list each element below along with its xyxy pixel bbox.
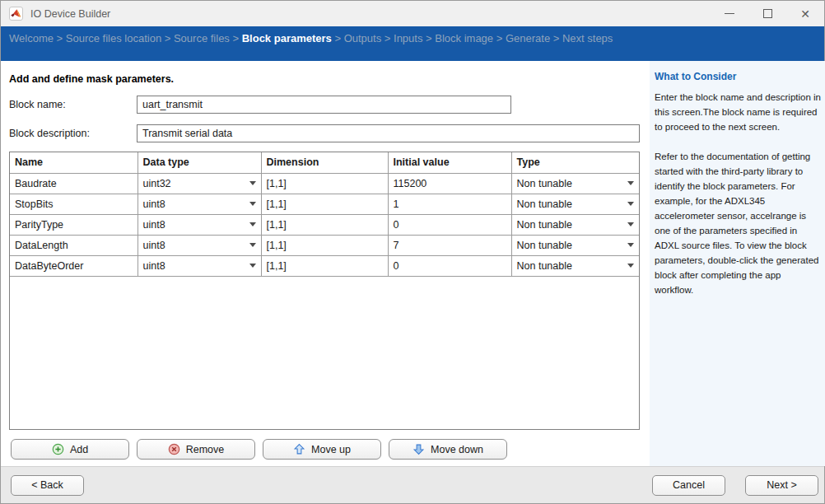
io-device-builder-window: IO Device Builder ✕ Welcome > Source fil… [0, 0, 825, 504]
block-name-field-row: Block name: [9, 96, 641, 114]
cell-name[interactable]: Baudrate [10, 173, 138, 194]
breadcrumb-separator: > [230, 32, 242, 44]
cell-dimension[interactable]: [1,1] [261, 255, 388, 276]
cell-name[interactable]: ParityType [10, 214, 138, 235]
action-button-label: Move down [431, 444, 483, 455]
window-title: IO Device Builder [30, 8, 110, 20]
cell-type-dropdown[interactable]: Non tunable [511, 194, 639, 214]
move-up-button[interactable]: Move up [263, 439, 381, 460]
breadcrumb: Welcome > Source files location > Source… [1, 26, 824, 61]
chevron-down-icon[interactable] [627, 222, 634, 226]
cancel-button[interactable]: Cancel [652, 475, 725, 496]
parameters-table: Name Data type Dimension Initial value T… [9, 152, 640, 430]
minimize-icon[interactable] [711, 1, 748, 26]
table-row: DataLengthuint8[1,1]7Non tunable [10, 235, 639, 255]
remove-circle-x-icon [168, 443, 180, 455]
title-bar: IO Device Builder ✕ [1, 1, 824, 26]
block-name-label: Block name: [9, 99, 137, 110]
cell-data-type-dropdown[interactable]: uint32 [138, 173, 261, 194]
sidebar-paragraph: Enter the block name and description in … [655, 90, 821, 134]
breadcrumb-step-block-parameters: Block parameters [242, 32, 332, 44]
chevron-down-icon[interactable] [249, 202, 256, 206]
cell-type-dropdown-value: Non tunable [517, 240, 572, 251]
block-description-input[interactable] [137, 124, 640, 142]
action-button-label: Add [70, 444, 88, 455]
add-circle-plus-icon [52, 443, 64, 455]
cell-name[interactable]: DataLength [10, 235, 138, 255]
cell-type-dropdown[interactable]: Non tunable [511, 235, 639, 255]
breadcrumb-separator: > [332, 32, 344, 44]
breadcrumb-separator: > [161, 32, 174, 44]
block-name-input[interactable] [137, 96, 511, 114]
cell-data-type-dropdown[interactable]: uint8 [138, 255, 261, 276]
cell-data-type-dropdown[interactable]: uint8 [138, 235, 261, 255]
chevron-down-icon[interactable] [627, 202, 634, 206]
cell-type-dropdown[interactable]: Non tunable [511, 255, 639, 276]
column-header-type: Type [511, 152, 639, 173]
cell-initial-value[interactable]: 7 [388, 235, 511, 255]
table-row: DataByteOrderuint8[1,1]0Non tunable [10, 255, 639, 276]
cell-type-dropdown[interactable]: Non tunable [511, 173, 639, 194]
breadcrumb-separator: > [550, 32, 562, 44]
chevron-down-icon[interactable] [249, 222, 256, 226]
content-area: Add and define mask parameters. Block na… [1, 61, 824, 466]
column-header-initial-value: Initial value [388, 152, 511, 173]
cell-type-dropdown-value: Non tunable [517, 198, 572, 210]
cell-data-type-dropdown-value: uint8 [143, 260, 165, 272]
breadcrumb-step-block-image: Block image [435, 32, 493, 44]
cell-dimension[interactable]: [1,1] [261, 173, 388, 194]
cell-type-dropdown[interactable]: Non tunable [511, 214, 639, 235]
back-button[interactable]: < Back [11, 475, 84, 496]
next-button[interactable]: Next > [745, 475, 818, 496]
block-description-label: Block description: [9, 128, 137, 139]
cell-data-type-dropdown-value: uint8 [143, 240, 165, 251]
chevron-down-icon[interactable] [627, 243, 634, 247]
close-icon[interactable]: ✕ [786, 1, 824, 26]
cell-dimension[interactable]: [1,1] [261, 235, 388, 255]
chevron-down-icon[interactable] [249, 181, 256, 185]
chevron-down-icon[interactable] [627, 181, 634, 185]
column-header-data-type: Data type [138, 152, 261, 173]
cell-type-dropdown-value: Non tunable [517, 219, 572, 231]
breadcrumb-step-inputs: Inputs [394, 32, 422, 44]
breadcrumb-step-next-steps: Next steps [562, 32, 613, 44]
cell-name[interactable]: StopBits [10, 194, 138, 214]
column-header-dimension: Dimension [261, 152, 388, 173]
chevron-down-icon[interactable] [249, 264, 256, 268]
sidebar-title: What to Consider [655, 71, 821, 82]
table-row: StopBitsuint8[1,1]1Non tunable [10, 194, 639, 214]
help-sidebar: What to Consider Enter the block name an… [650, 61, 825, 466]
cell-initial-value[interactable]: 0 [388, 214, 511, 235]
breadcrumb-step-source-files: Source files [174, 32, 230, 44]
table-row: Baudrateuint32[1,1]115200Non tunable [10, 173, 639, 194]
arrow-down-icon [412, 443, 425, 455]
move-down-button[interactable]: Move down [389, 439, 507, 460]
cell-initial-value[interactable]: 1 [388, 194, 511, 214]
main-panel: Add and define mask parameters. Block na… [1, 61, 650, 466]
remove-button[interactable]: Remove [137, 439, 255, 460]
cell-name[interactable]: DataByteOrder [10, 255, 138, 276]
add-button[interactable]: Add [11, 439, 129, 460]
breadcrumb-separator: > [493, 32, 506, 44]
cell-type-dropdown-value: Non tunable [517, 260, 572, 272]
breadcrumb-step-generate: Generate [506, 32, 550, 44]
breadcrumb-separator: > [381, 32, 394, 44]
chevron-down-icon[interactable] [627, 264, 634, 268]
footer-bar: < Back Cancel Next > [1, 466, 824, 503]
breadcrumb-separator: > [54, 32, 66, 44]
cell-dimension[interactable]: [1,1] [261, 194, 388, 214]
matlab-app-icon [9, 7, 23, 21]
table-action-buttons: AddRemoveMove upMove down [11, 439, 641, 460]
maximize-icon[interactable] [748, 1, 786, 26]
cell-data-type-dropdown-value: uint32 [143, 178, 171, 189]
chevron-down-icon[interactable] [249, 243, 256, 247]
cell-data-type-dropdown[interactable]: uint8 [138, 214, 261, 235]
cell-data-type-dropdown[interactable]: uint8 [138, 194, 261, 214]
cell-initial-value[interactable]: 0 [388, 255, 511, 276]
action-button-label: Move up [311, 444, 351, 455]
page-title: Add and define mask parameters. [9, 73, 641, 85]
cell-dimension[interactable]: [1,1] [261, 214, 388, 235]
breadcrumb-separator: > [422, 32, 435, 44]
cell-initial-value[interactable]: 115200 [388, 173, 511, 194]
table-row: ParityTypeuint8[1,1]0Non tunable [10, 214, 639, 235]
